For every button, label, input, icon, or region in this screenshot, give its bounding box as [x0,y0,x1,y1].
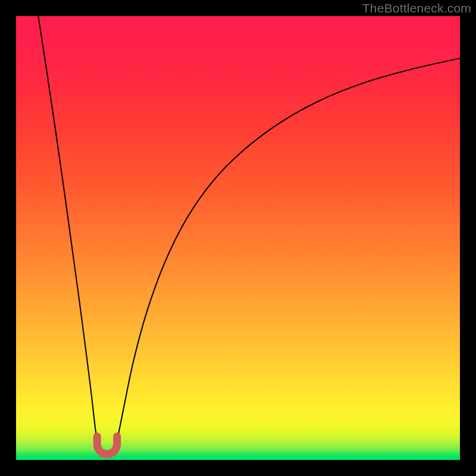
watermark-text: TheBottleneck.com [362,1,471,15]
plot-area [16,16,460,460]
chart-svg [16,16,460,460]
outer-frame: TheBottleneck.com [0,0,476,476]
gradient-background [16,16,460,460]
